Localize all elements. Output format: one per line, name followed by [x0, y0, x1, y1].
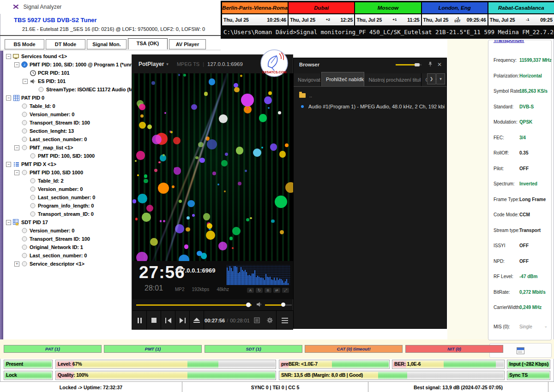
loop-icon[interactable]: ⇄ [273, 288, 280, 293]
eject-button[interactable] [190, 311, 204, 330]
tree-item[interactable]: +Service_descriptor <1> [4, 260, 131, 268]
codec: MP2 [175, 287, 185, 292]
tree-item[interactable]: Transport_Stream ID: 100 [4, 235, 131, 243]
collapse-icon[interactable]: − [6, 54, 11, 59]
tree-item[interactable]: −ES PID: 101 [4, 77, 131, 85]
collapse-icon[interactable]: − [23, 79, 28, 84]
browser-tab-2[interactable]: Prohlížeč nabídky [321, 72, 364, 86]
tab-tsa-ok-[interactable]: TSA (OK) [128, 38, 168, 49]
pin-icon[interactable] [428, 60, 433, 69]
tree-item[interactable]: Last_section_number: 0 [4, 251, 131, 260]
seek-bar[interactable] [136, 304, 252, 306]
viz-dot [183, 74, 186, 77]
tree-item[interactable]: PCR PID: 101 [4, 69, 131, 77]
tree-item-label: PMT PID 100, SID 1000 [30, 170, 83, 175]
meter-label: preBER: <1.0E-7 [281, 361, 318, 367]
browser-tab-3[interactable]: Nástroj procházení titulků [364, 73, 421, 86]
chevron-right-icon[interactable]: ❯ [427, 73, 436, 84]
ab-point-b-button[interactable]: B [265, 288, 271, 293]
pause-button[interactable] [132, 311, 147, 330]
spectrum-bar [259, 277, 259, 285]
tree-item[interactable]: Original_Network ID: 1 [4, 243, 131, 251]
spectrum-bar [250, 276, 251, 285]
clock-date: Thu, Jul 25 [290, 17, 315, 23]
dot-icon [38, 86, 44, 93]
close-icon[interactable]: ✕ [437, 61, 442, 68]
mis-label: MIS (0): [494, 324, 510, 329]
viz-dot [278, 111, 281, 114]
spectrum-bar [246, 272, 247, 285]
spectrum-bar [253, 273, 254, 285]
tree-item[interactable]: Table_Id: 2 [4, 177, 131, 185]
tree-item[interactable]: −PAT PID 0 [4, 94, 131, 102]
tree-item[interactable]: Version_number: 0 [4, 185, 131, 193]
stop-button[interactable] [147, 311, 161, 330]
tree-item[interactable]: Version_number: 0 [4, 226, 131, 235]
potplayer-menu[interactable]: PotPlayer [138, 61, 164, 67]
dst-label: DST [455, 20, 461, 23]
tree-item[interactable]: Table_Id: 0 [4, 102, 131, 110]
parent-dir-label: .. [309, 93, 312, 98]
transponder-value: OFF [519, 259, 529, 264]
previous-button[interactable] [161, 311, 175, 330]
tree-item[interactable]: −Services found <1> [4, 52, 131, 60]
tree-item[interactable]: −PMT PID X <1> [4, 160, 131, 168]
playlist-button[interactable] [250, 311, 263, 330]
tree-item[interactable]: Program_info_length: 0 [4, 202, 131, 210]
tab-dt-mode[interactable]: DT Mode [46, 39, 85, 49]
clock-cell: Thu, Jul 2510:25:46 [222, 14, 288, 25]
tree-item[interactable]: Transport_stream_ID: 0 [4, 210, 131, 218]
clock-city-name: Dubai [289, 2, 354, 13]
fullscreen-icon[interactable]: ⤢ [282, 288, 289, 293]
tree-item[interactable]: −♪PMT PID: 100, SID: 1000 @ Program 1 (*… [4, 60, 131, 69]
expand-icon[interactable]: + [14, 261, 19, 267]
tree-item[interactable]: Version_number: 0 [4, 110, 131, 119]
settings-gear-icon[interactable] [263, 311, 276, 330]
tree-item[interactable]: Last_section_number: 0 [4, 135, 131, 143]
hamburger-menu-icon[interactable] [276, 311, 293, 330]
collapse-icon[interactable]: − [6, 220, 11, 225]
browser-titlebar[interactable]: Browser ✕ [294, 58, 446, 71]
tree-item[interactable]: −PMT PID 100, SID 1000 [4, 168, 131, 177]
collapse-icon[interactable]: − [14, 170, 19, 175]
spectrum-bar [256, 277, 257, 285]
collapse-icon[interactable]: − [14, 145, 19, 150]
viz-dot [238, 182, 241, 185]
mis-select[interactable]: Single [519, 324, 532, 329]
viz-dot [241, 94, 254, 107]
seek-handle[interactable] [246, 303, 251, 307]
volume-handle[interactable] [281, 303, 285, 307]
clock-time: 09:25:46 [467, 17, 486, 23]
tree-item[interactable]: −PMT_map_list <1> [4, 143, 131, 152]
console-window[interactable]: C:\Users\Roman Dávid>Signal monitoring_P… [221, 26, 554, 39]
meter-input-282-kbps-: Input (~282 Kbps) [507, 360, 550, 369]
tree-item[interactable]: Section_lenght: 13 [4, 127, 131, 135]
tree-item[interactable]: Last_section_number: 0 [4, 193, 131, 202]
viz-dot [184, 244, 189, 249]
list-item[interactable]: Audio #1(Program 1) - MPEG Audio, 48.0 k… [294, 101, 446, 112]
transponder-label: Stream type: [494, 228, 520, 233]
collapse-icon[interactable]: − [14, 62, 19, 67]
tree-item[interactable]: StreamType: ISO/IEC 11172 Audio (MPEG-1)… [4, 85, 131, 94]
tree-item[interactable]: Transport_Stream ID: 100 [4, 119, 131, 127]
next-button[interactable] [175, 311, 190, 330]
speaker-icon[interactable] [256, 301, 262, 309]
parent-folder-row[interactable]: .. [294, 89, 446, 101]
slider-handle[interactable] [415, 63, 420, 66]
repeat-icon[interactable]: ↻ [256, 288, 263, 293]
tab-bs-mode[interactable]: BS Mode [5, 39, 44, 49]
psi-tree: −Services found <1>−♪PMT PID: 100, SID: … [4, 52, 131, 273]
tree-item[interactable]: −SDT PID 17 [4, 218, 131, 226]
browser-tab-1[interactable]: Navigovat [294, 73, 321, 86]
chevron-down-icon[interactable]: ▾ [436, 73, 445, 84]
volume-bar[interactable] [265, 304, 292, 306]
spectrum-bar [268, 277, 269, 285]
collapse-icon[interactable]: − [6, 162, 11, 167]
collapse-icon[interactable]: − [6, 95, 11, 101]
browser-slider[interactable] [396, 64, 422, 65]
tab-av-player[interactable]: AV Player [169, 39, 206, 49]
tree-item[interactable]: PMT PID: 100, SID: 1000 [4, 152, 131, 160]
ab-point-a-button[interactable]: A [247, 288, 254, 293]
tab-signal-mon-[interactable]: Signal Mon. [87, 39, 126, 49]
transponder-value: 11599,337 MHz [519, 58, 552, 63]
